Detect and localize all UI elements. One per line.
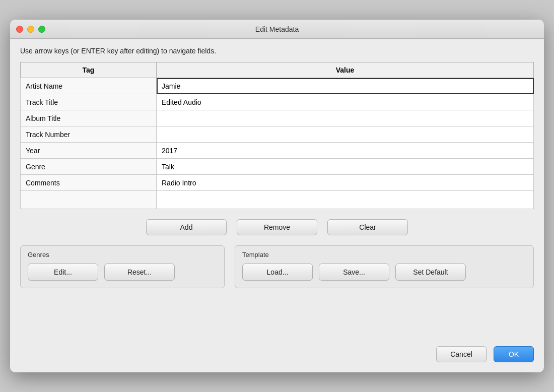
value-cell[interactable]: Edited Audio — [157, 94, 534, 110]
clear-button[interactable]: Clear — [327, 219, 408, 235]
genres-group: Genres Edit... Reset... — [20, 245, 225, 288]
value-cell[interactable] — [157, 126, 534, 143]
template-load-button[interactable]: Load... — [242, 264, 313, 281]
title-bar: Edit Metadata — [10, 20, 544, 39]
window-controls — [16, 26, 45, 33]
table-row: CommentsRadio Intro — [21, 175, 534, 191]
tag-cell: Album Title — [21, 110, 157, 126]
ok-button[interactable]: OK — [494, 346, 534, 362]
edit-metadata-window: Edit Metadata Use arrow keys (or ENTER k… — [10, 20, 544, 372]
tag-cell: Comments — [21, 175, 157, 191]
value-cell[interactable] — [157, 191, 534, 209]
table-row: Artist NameJamie — [21, 78, 534, 94]
value-cell[interactable]: Radio Intro — [157, 175, 534, 191]
genres-edit-button[interactable]: Edit... — [28, 264, 98, 281]
add-button[interactable]: Add — [146, 219, 227, 235]
tag-cell: Artist Name — [21, 78, 157, 94]
table-row: GenreTalk — [21, 159, 534, 175]
tag-cell: Genre — [21, 159, 157, 175]
genres-buttons: Edit... Reset... — [28, 264, 217, 281]
genres-reset-button[interactable]: Reset... — [104, 264, 175, 281]
tag-cell: Track Title — [21, 94, 157, 110]
template-set-default-button[interactable]: Set Default — [395, 264, 466, 281]
tag-column-header: Tag — [21, 62, 157, 78]
value-column-header: Value — [157, 62, 534, 78]
action-buttons-row: Add Remove Clear — [20, 219, 534, 235]
value-cell[interactable] — [157, 110, 534, 126]
template-label: Template — [242, 251, 526, 258]
table-row: Track Number — [21, 126, 534, 143]
template-group: Template Load... Save... Set Default — [235, 245, 534, 288]
footer-buttons: Cancel OK — [20, 346, 534, 362]
tag-cell: Year — [21, 143, 157, 159]
value-cell[interactable]: 2017 — [157, 143, 534, 159]
table-row: Album Title — [21, 110, 534, 126]
window-title: Edit Metadata — [255, 25, 299, 33]
value-cell[interactable]: Jamie — [157, 78, 534, 94]
template-buttons: Load... Save... Set Default — [242, 264, 526, 281]
metadata-table: Tag Value Artist NameJamieTrack TitleEdi… — [20, 62, 534, 209]
template-save-button[interactable]: Save... — [319, 264, 389, 281]
table-row: Track TitleEdited Audio — [21, 94, 534, 110]
content-area: Use arrow keys (or ENTER key after editi… — [10, 39, 544, 372]
tag-cell: Track Number — [21, 126, 157, 143]
close-button[interactable] — [16, 26, 23, 33]
genres-label: Genres — [28, 251, 217, 258]
table-row: Year2017 — [21, 143, 534, 159]
instruction-text: Use arrow keys (or ENTER key after editi… — [20, 47, 534, 55]
maximize-button[interactable] — [38, 26, 45, 33]
remove-button[interactable]: Remove — [237, 219, 317, 235]
minimize-button[interactable] — [27, 26, 34, 33]
value-cell[interactable]: Talk — [157, 159, 534, 175]
table-row — [21, 191, 534, 209]
cancel-button[interactable]: Cancel — [436, 346, 487, 362]
tag-cell — [21, 191, 157, 209]
groups-row: Genres Edit... Reset... Template Load...… — [20, 245, 534, 288]
